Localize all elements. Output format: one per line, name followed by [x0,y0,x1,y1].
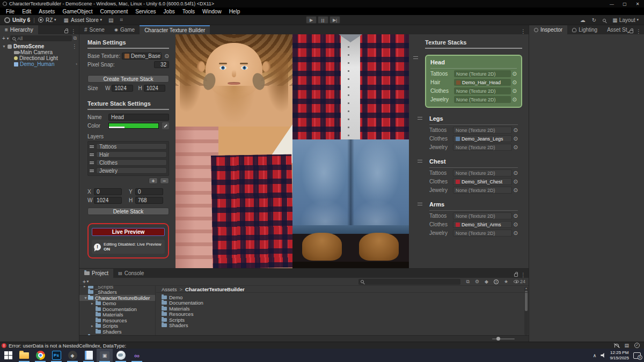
tab-lighting[interactable]: Lighting [567,25,602,34]
texture-slot-field[interactable]: Demo_Jeans_Legs [453,135,512,142]
taskbar-notepad[interactable] [80,349,97,362]
texture-slot-field[interactable]: Demo_Hair_Head [454,79,511,86]
tree-row[interactable]: ▸ Demo [79,301,155,307]
delete-stack-button[interactable]: Delete Stack [87,208,169,215]
favorites-star-icon[interactable]: ★ [504,279,508,284]
object-picker-icon[interactable]: ⊙ [514,144,518,150]
tab-hierarchy[interactable]: ≡ Hierarchy [0,25,38,34]
drag-handle-icon[interactable] [418,117,422,120]
texture-slot-field[interactable]: None (Texture 2D) [454,70,511,77]
object-picker-icon[interactable]: ⊙ [513,88,517,94]
account-dropdown[interactable]: RZ ▾ [38,17,56,23]
taskbar-photoshop[interactable] [48,349,64,362]
taskbar-unity-editor[interactable] [97,349,113,362]
object-picker-icon[interactable]: ⊙ [513,79,517,85]
speaker-icon[interactable] [601,353,605,358]
prefab-open-arrow[interactable]: › [76,62,77,67]
object-picker-icon[interactable]: ⊙ [514,127,518,133]
pixel-snap-field[interactable]: 32 [154,61,169,68]
menu-file[interactable]: File [2,9,18,14]
drag-handle-icon[interactable] [418,160,422,162]
texture-slot-field[interactable]: None (Texture 2D) [454,87,511,94]
search-icon[interactable] [603,17,606,23]
search-by-type-icon[interactable]: ⚙ [475,279,479,284]
taskbar-earth[interactable] [113,349,129,362]
tree-row-selected[interactable]: ▼ CharacterTextureBuilder [79,295,155,301]
taskbar-clock[interactable]: 12:25 PM9/15/2025 [610,350,629,361]
layer-row[interactable]: Tattoos [90,143,167,150]
tab-project[interactable]: Project [79,269,113,278]
kebab-menu-icon[interactable]: ⋮ [633,28,644,34]
create-dropdown-arrow[interactable]: ▾ [87,279,89,284]
menu-tools[interactable]: Tools [179,9,199,14]
stack-card-chest[interactable]: Chest Tattoos None (Texture 2D) ⊙ Clothe… [425,158,522,194]
color-swatch[interactable] [108,123,159,129]
taskbar-unity-hub[interactable] [64,349,80,362]
texture-slot-field[interactable]: None (Texture 2D) [453,230,512,237]
texture-slot-field[interactable]: None (Texture 2D) [453,212,512,219]
menu-gameobject[interactable]: GameObject [58,9,96,14]
hierarchy-scene-row[interactable]: ▼ DemoScene ⋮ [0,43,79,49]
menu-assets[interactable]: Assets [35,9,58,14]
stack-card-head[interactable]: Head Tattoos None (Texture 2D) ⊙ Hair De… [425,55,522,108]
kebab-menu-icon[interactable]: ⋮ [518,28,529,34]
folder-item[interactable]: Scripts [156,317,529,323]
tree-row[interactable]: Documentation [79,306,155,312]
object-picker-icon[interactable]: ⊙ [514,221,518,227]
multiplayer-icon[interactable]: ⌗ [120,17,123,23]
base-texture-field[interactable]: Demo_BaseTextu [122,53,162,60]
object-picker-icon[interactable]: ⊙ [514,213,518,219]
tab-scene[interactable]: #Scene [79,25,109,34]
y-field[interactable]: 0 [135,188,163,195]
undo-history-icon[interactable]: ↻ [592,17,596,23]
taskbar-chrome[interactable] [32,349,48,362]
texture-slot-field[interactable]: Demo_Shirt_Chest [453,178,512,185]
foldout-arrow[interactable]: ▸ [91,301,93,306]
add-dropdown-arrow[interactable]: ▾ [7,36,9,41]
kebab-menu-icon[interactable]: ⋮ [68,28,79,34]
texture-slot-field[interactable]: None (Texture 2D) [453,187,512,194]
object-picker-icon[interactable]: ⊙ [513,71,517,77]
play-button[interactable]: ▶ [306,16,317,24]
tree-row[interactable]: Materials [79,312,155,318]
label-icon[interactable]: ◆ [485,279,488,284]
h-field[interactable]: 768 [135,197,163,204]
menu-component[interactable]: Component [97,9,132,14]
tab-character-texture-builder[interactable]: Character Texture Builder [140,25,210,34]
hidden-count-toggle[interactable]: 24 [514,279,525,284]
menu-edit[interactable]: Edit [18,9,35,14]
size-h-field[interactable]: 1024 [144,85,165,92]
search-in-window-icon[interactable]: ⧉ [466,279,469,285]
layer-row[interactable]: Clothes [90,159,167,166]
tab-console[interactable]: ▤ Console [113,269,149,278]
minimize-button[interactable]: — [605,2,618,6]
stack-name-field[interactable]: Head [108,114,169,121]
menu-window[interactable]: Window [199,9,225,14]
folder-item[interactable]: Documentation [156,300,529,306]
create-texture-stack-button[interactable]: Create Texture Stack [87,75,169,83]
folder-item[interactable]: Resources [156,312,529,317]
foldout-arrow[interactable]: ▸ [91,324,93,328]
lock-icon[interactable] [64,30,68,33]
size-w-field[interactable]: 1024 [112,85,133,92]
folder-item[interactable]: Shaders [156,323,529,329]
kebab-menu-icon[interactable]: ⋮ [72,43,77,49]
add-layer-button[interactable]: + [149,178,158,184]
drag-handle-icon[interactable] [90,145,94,148]
cache-server-icon[interactable]: ▤ [624,343,629,348]
texture-slot-field[interactable]: None (Texture 2D) [453,144,512,151]
lock-icon[interactable] [514,274,518,277]
notifications-muted-icon[interactable] [614,343,619,349]
texture-preview-viewport[interactable] [175,34,409,268]
remove-layer-button[interactable]: − [160,178,169,184]
hierarchy-search-input[interactable]: All [10,35,71,41]
texture-slot-field[interactable]: None (Texture 2D) [453,169,512,176]
hierarchy-item-directional-light[interactable]: Directional Light [0,55,79,61]
add-object-button[interactable]: + [2,35,5,41]
drag-handle-icon[interactable] [90,153,94,156]
maximize-button[interactable]: ▢ [618,2,631,6]
folder-item[interactable]: Materials [156,306,529,312]
texture-slot-field[interactable]: None (Texture 2D) [453,127,512,134]
stack-card-legs[interactable]: Legs Tattoos None (Texture 2D) ⊙ Clothes… [425,115,522,151]
thumbnail-size-slider[interactable] [492,338,515,339]
